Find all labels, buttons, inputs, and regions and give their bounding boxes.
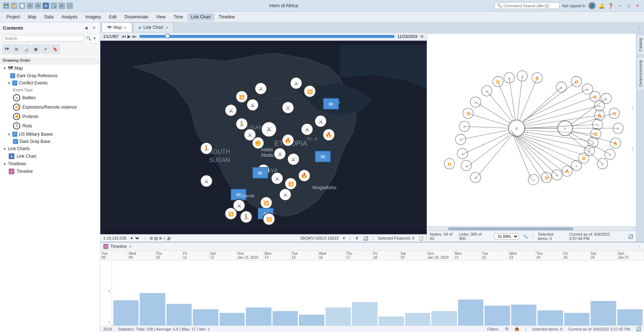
save-icon[interactable]: 💾 (3, 3, 9, 9)
maximize-button[interactable]: □ (625, 2, 632, 9)
us-military-checkbox[interactable]: ✓ (12, 132, 17, 137)
layer-protests[interactable]: ✊ Protests (0, 112, 100, 121)
timeline-play-btn[interactable]: ▶ (127, 34, 131, 39)
map-tab-icon: 🗺 (107, 25, 111, 30)
explore-icon[interactable]: 🔍 (51, 3, 57, 9)
modify-icon[interactable]: ✏ (58, 3, 65, 9)
date-cell-14: Tue22 (481, 251, 508, 260)
timeline-next-btn[interactable]: ⏭ (132, 34, 136, 39)
menu-view[interactable]: View (153, 13, 169, 21)
plus-icon[interactable]: + (163, 236, 165, 241)
layer-explosions[interactable]: 💥 Explosions/Remote violence (0, 102, 100, 112)
layer-conflict-events[interactable]: ▼ ✓ Conflict Events (0, 79, 100, 87)
layer-riots[interactable]: 🏃 Riots (0, 121, 100, 131)
layer-timelines-group[interactable]: ▼ Timelines (0, 160, 100, 167)
timeline-export-icon[interactable]: 📤 (514, 327, 519, 331)
map-timeline-slider[interactable] (139, 35, 395, 38)
menu-data[interactable]: Data (41, 13, 57, 21)
timeline-filter-icon[interactable]: ⚙ (505, 327, 509, 331)
table-icon[interactable]: ▤ (154, 236, 158, 241)
sidebar-search-options[interactable]: ▾ (91, 35, 98, 42)
link-chart-svg[interactable]: ⚔ (427, 34, 636, 226)
close-button[interactable]: ✕ (634, 2, 641, 9)
layer-dark-gray-ref[interactable]: ✓ Dark Gray Reference (0, 72, 100, 79)
redo-icon[interactable]: ↪ (35, 3, 41, 9)
charts-btn[interactable]: 📊 (22, 45, 30, 53)
sep1: | (144, 236, 145, 240)
timeline-options-btn[interactable]: ⚙ (420, 34, 424, 39)
bar-8 (326, 307, 351, 326)
menu-time[interactable]: Time (170, 13, 187, 21)
menu-timeline[interactable]: Timeline (215, 13, 239, 21)
menu-map[interactable]: Map (24, 13, 40, 21)
link-chart-scroll-thumb[interactable] (448, 227, 573, 230)
notification-icon[interactable]: 🔔 (599, 3, 605, 9)
scale-selector[interactable]: 1:19,142,038 ▾ (103, 235, 140, 241)
menu-edit[interactable]: Edit (105, 13, 120, 21)
map-refresh-icon[interactable]: 🔄 (363, 236, 368, 241)
svg-text:⚔: ⚔ (474, 101, 477, 104)
dark-gray-ref-checkbox[interactable]: ✓ (10, 73, 15, 78)
menu-link-chart[interactable]: Link Chart (187, 13, 214, 21)
more-icon[interactable]: ⋯ (66, 3, 73, 9)
layer-battles[interactable]: ⚔ Battles (0, 93, 100, 102)
layer-map[interactable]: ▼ 🗺 Map (0, 64, 100, 72)
tab-map[interactable]: 🗺 Map ✕ (102, 22, 132, 32)
map-report-icon[interactable]: 📋 (419, 236, 424, 241)
close-sidebar-button[interactable]: ✕ (91, 25, 97, 31)
undo-icon[interactable]: ↩ (27, 3, 33, 9)
menu-disseminate[interactable]: Disseminate (121, 13, 152, 21)
coord-dropdown[interactable]: ▾ (343, 236, 345, 241)
bookmarks-btn[interactable]: 🔖 (51, 45, 60, 53)
menu-imagery[interactable]: Imagery (82, 13, 105, 21)
user-icon[interactable]: 👤 (588, 2, 596, 9)
menu-analysis[interactable]: Analysis (58, 13, 81, 21)
map-select-icon[interactable]: ⊞ (43, 3, 49, 9)
layer-link-charts-group[interactable]: ▼ Link Charts (0, 145, 100, 152)
timeline-panel-options[interactable]: ⋮ (637, 244, 641, 249)
panel-options-button[interactable]: ⋮ (636, 25, 643, 32)
layer-dark-gray-base[interactable]: ✓ Dark Gray Base (0, 138, 100, 145)
menu-project[interactable]: Project (3, 13, 23, 21)
conflict-events-checkbox[interactable]: ✓ (12, 80, 17, 86)
timeline-refresh-icon[interactable]: 🔄 (636, 327, 641, 331)
link-chart-tab-close[interactable]: ✕ (165, 26, 168, 30)
tab-link-chart[interactable]: ◈ Link Chart ✕ (133, 22, 174, 32)
map-container[interactable]: SOUTH SUDAN ETHIOPIA KENYA UGANDA KI..A … (100, 41, 427, 234)
lc-refresh-icon[interactable]: 🔄 (628, 234, 633, 239)
timeline-thumb[interactable] (165, 34, 170, 39)
help-icon[interactable]: ❓ (608, 3, 614, 9)
svg-rect-80 (427, 54, 636, 207)
tasks-btn[interactable]: ✔ (41, 45, 50, 53)
zoom-select[interactable]: 31.69% (494, 233, 519, 240)
new-icon[interactable]: 📄 (19, 3, 25, 9)
explosions-icon: 💥 (13, 104, 20, 111)
catalog-tab[interactable]: Catalog (636, 35, 644, 55)
lc-zoom-icon[interactable]: 🔍 (523, 234, 528, 239)
layer-timeline[interactable]: ⏱ Timeline (0, 167, 100, 175)
timeline-bar-chart[interactable] (112, 261, 644, 326)
map-tab-close[interactable]: ✕ (124, 26, 127, 30)
dark-gray-base-checkbox[interactable]: ✓ (13, 139, 18, 144)
link-chart-scrollbar-h[interactable] (427, 226, 636, 231)
svg-text:🏃: 🏃 (243, 214, 249, 220)
scale-select[interactable]: ▾ (128, 235, 140, 241)
layer-link-chart[interactable]: ◈ Link Chart (0, 152, 100, 160)
open-icon[interactable]: 📂 (11, 3, 17, 9)
auto-hide-button[interactable]: ◀ (83, 25, 89, 31)
layer-toggle-btn[interactable]: 🗺 (2, 45, 11, 53)
timeline-prev-btn[interactable]: ⏮ (122, 34, 126, 39)
geoprocessing-tab[interactable]: Geoprocessing (636, 57, 644, 90)
standalone-tables-btn[interactable]: ⊞ (12, 45, 21, 53)
layouts-btn[interactable]: ▣ (31, 45, 40, 53)
minimize-button[interactable]: ─ (617, 2, 624, 9)
sidebar-search-icon[interactable]: 🔍 (86, 36, 91, 41)
sidebar-search-input[interactable] (2, 35, 84, 42)
grid-icon[interactable]: ⊞ (150, 236, 153, 241)
command-search-box[interactable]: 🔍 Command Search (Alt+Q) (495, 2, 560, 9)
layer-us-military[interactable]: ▼ ✓ US Military Bases (0, 131, 100, 138)
sound-icon[interactable]: 🔊 (167, 236, 172, 241)
locate-icon[interactable]: ⊕ (159, 236, 162, 241)
map-icon-stop[interactable]: ⏸ (355, 236, 359, 240)
timeline-panel-close[interactable]: ✕ (129, 245, 132, 249)
